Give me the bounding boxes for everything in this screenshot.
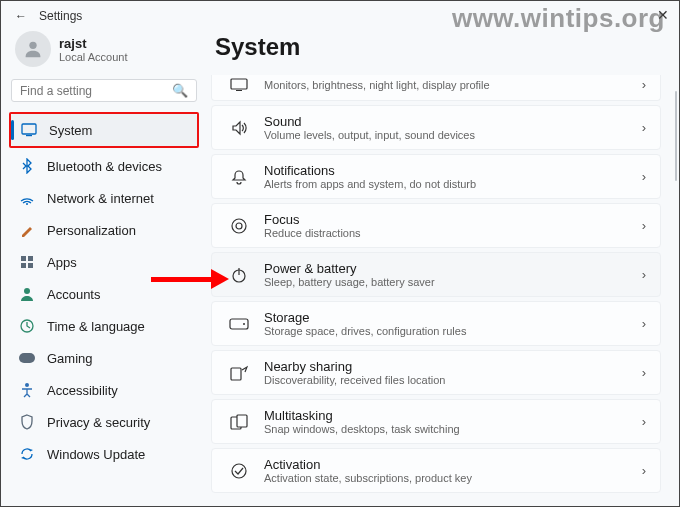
- chevron-right-icon: ›: [642, 316, 646, 331]
- card-icon: [226, 462, 252, 480]
- nav-label: System: [49, 123, 92, 138]
- card-subtitle: Monitors, brightness, night light, displ…: [264, 79, 642, 91]
- svg-rect-5: [28, 256, 33, 261]
- nav-icon: [17, 157, 37, 175]
- chevron-right-icon: ›: [642, 414, 646, 429]
- card-title: Nearby sharing: [264, 359, 642, 374]
- sidebar-item-apps[interactable]: Apps: [9, 246, 199, 278]
- nav-icon: [17, 381, 37, 399]
- nav-icon: [17, 221, 37, 239]
- card-title: Multitasking: [264, 408, 642, 423]
- sidebar-item-personalization[interactable]: Personalization: [9, 214, 199, 246]
- card-icon: [226, 169, 252, 185]
- sidebar-item-network-internet[interactable]: Network & internet: [9, 182, 199, 214]
- chevron-right-icon: ›: [642, 77, 646, 92]
- svg-point-14: [232, 219, 246, 233]
- nav-label: Accessibility: [47, 383, 118, 398]
- card-subtitle: Activation state, subscriptions, product…: [264, 472, 642, 484]
- svg-point-8: [24, 288, 30, 294]
- card-title: Activation: [264, 457, 642, 472]
- svg-rect-12: [231, 79, 247, 89]
- chevron-right-icon: ›: [642, 120, 646, 135]
- svg-rect-22: [237, 415, 247, 427]
- chevron-right-icon: ›: [642, 267, 646, 282]
- card-storage[interactable]: StorageStorage space, drives, configurat…: [211, 301, 661, 346]
- sidebar-item-windows-update[interactable]: Windows Update: [9, 438, 199, 470]
- nav-icon: [17, 189, 37, 207]
- sidebar-item-accounts[interactable]: Accounts: [9, 278, 199, 310]
- card-subtitle: Alerts from apps and system, do not dist…: [264, 178, 642, 190]
- svg-point-15: [236, 223, 242, 229]
- card-sound[interactable]: SoundVolume levels, output, input, sound…: [211, 105, 661, 150]
- card-display[interactable]: DisplayMonitors, brightness, night light…: [211, 75, 661, 101]
- sidebar-item-accessibility[interactable]: Accessibility: [9, 374, 199, 406]
- sidebar-item-gaming[interactable]: Gaming: [9, 342, 199, 374]
- card-title: Storage: [264, 310, 642, 325]
- card-notifications[interactable]: NotificationsAlerts from apps and system…: [211, 154, 661, 199]
- card-title: Power & battery: [264, 261, 642, 276]
- card-subtitle: Snap windows, desktops, task switching: [264, 423, 642, 435]
- card-icon: [226, 78, 252, 92]
- titlebar: ← Settings: [1, 1, 679, 27]
- nav-icon: [17, 445, 37, 463]
- avatar: [15, 31, 51, 67]
- nav-label: Gaming: [47, 351, 93, 366]
- nav-icon: [17, 317, 37, 335]
- nav-label: Apps: [47, 255, 77, 270]
- card-subtitle: Sleep, battery usage, battery saver: [264, 276, 642, 288]
- user-subtitle: Local Account: [59, 51, 128, 63]
- svg-point-3: [26, 203, 28, 205]
- nav-label: Network & internet: [47, 191, 154, 206]
- svg-point-0: [29, 42, 36, 49]
- sidebar-item-privacy-security[interactable]: Privacy & security: [9, 406, 199, 438]
- scrollbar-thumb[interactable]: [675, 91, 677, 181]
- card-list: DisplayMonitors, brightness, night light…: [211, 75, 661, 493]
- card-activation[interactable]: ActivationActivation state, subscription…: [211, 448, 661, 493]
- user-block[interactable]: rajst Local Account: [9, 27, 199, 79]
- svg-rect-1: [22, 124, 36, 134]
- svg-rect-6: [21, 263, 26, 268]
- card-power-battery[interactable]: Power & batterySleep, battery usage, bat…: [211, 252, 661, 297]
- svg-rect-18: [230, 319, 248, 329]
- card-icon: [226, 414, 252, 430]
- svg-rect-7: [28, 263, 33, 268]
- window-title: Settings: [39, 9, 82, 23]
- card-icon: [226, 266, 252, 284]
- chevron-right-icon: ›: [642, 218, 646, 233]
- page-title: System: [215, 33, 661, 61]
- svg-rect-20: [231, 368, 241, 380]
- card-subtitle: Reduce distractions: [264, 227, 642, 239]
- svg-rect-4: [21, 256, 26, 261]
- search-box[interactable]: 🔍: [11, 79, 197, 102]
- close-button[interactable]: ✕: [657, 7, 669, 23]
- nav-label: Privacy & security: [47, 415, 150, 430]
- sidebar-item-bluetooth-devices[interactable]: Bluetooth & devices: [9, 150, 199, 182]
- sidebar: rajst Local Account 🔍 SystemBluetooth & …: [1, 27, 207, 504]
- card-subtitle: Volume levels, output, input, sound devi…: [264, 129, 642, 141]
- chevron-right-icon: ›: [642, 365, 646, 380]
- card-subtitle: Storage space, drives, configuration rul…: [264, 325, 642, 337]
- nav-icon: [17, 413, 37, 431]
- card-focus[interactable]: FocusReduce distractions›: [211, 203, 661, 248]
- card-icon: [226, 217, 252, 235]
- card-title: Sound: [264, 114, 642, 129]
- nav-label: Accounts: [47, 287, 100, 302]
- card-multitasking[interactable]: MultitaskingSnap windows, desktops, task…: [211, 399, 661, 444]
- nav-icon: [17, 349, 37, 367]
- card-title: Focus: [264, 212, 642, 227]
- card-nearby-sharing[interactable]: Nearby sharingDiscoverability, received …: [211, 350, 661, 395]
- card-icon: [226, 365, 252, 381]
- scrollbar[interactable]: [674, 91, 677, 496]
- nav-icon: [17, 285, 37, 303]
- sidebar-item-system[interactable]: System: [11, 114, 197, 146]
- nav-label: Windows Update: [47, 447, 145, 462]
- svg-rect-2: [26, 135, 32, 136]
- sidebar-item-time-language[interactable]: Time & language: [9, 310, 199, 342]
- search-input[interactable]: [20, 84, 172, 98]
- user-name: rajst: [59, 36, 128, 51]
- chevron-right-icon: ›: [642, 463, 646, 478]
- main-panel: System DisplayMonitors, brightness, nigh…: [207, 27, 679, 504]
- card-icon: [226, 120, 252, 136]
- back-button[interactable]: ←: [13, 9, 29, 23]
- svg-rect-13: [236, 90, 242, 91]
